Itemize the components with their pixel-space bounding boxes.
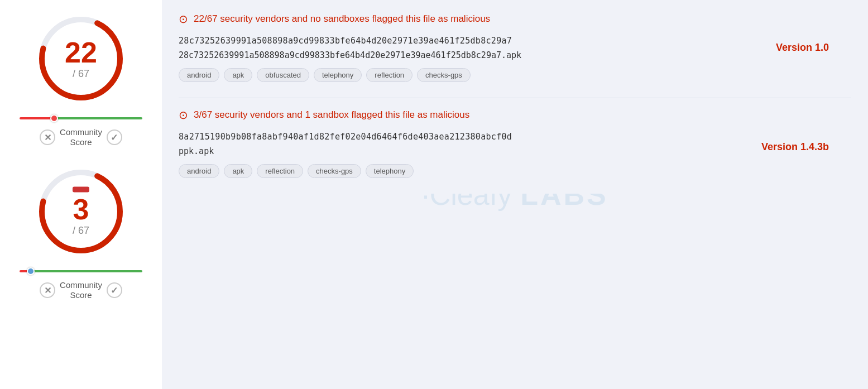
version-1: Version 1.0 <box>776 41 829 53</box>
file-hash-1: 28c73252639991a508898a9cd99833bfe64b4d20… <box>179 36 851 46</box>
file-entry-2-inner: ⊙ 3/67 security vendors and 1 sandbox fl… <box>179 108 851 178</box>
tag: apk <box>224 68 252 82</box>
score-card-2: 3 / 67 ✕ CommunityScore ✓ <box>6 164 156 300</box>
alert-icon-1: ⊙ <box>179 12 188 26</box>
tag: android <box>179 68 219 82</box>
alert-text-1: 22/67 security vendors and no sandboxes … <box>194 13 490 25</box>
left-panel: 22 / 67 ✕ CommunityScore ✓ 3 <box>0 0 162 389</box>
slider-2-thumb <box>27 267 35 275</box>
alert-text-2: 3/67 security vendors and 1 sandbox flag… <box>194 109 469 121</box>
tag: reflection <box>257 164 303 178</box>
tags-row-2: androidapkreflectionchecks-gpstelephony <box>179 164 851 178</box>
score-1-value: 22 <box>65 38 97 67</box>
community-label-1: CommunityScore <box>60 127 102 147</box>
version-2: Version 1.4.3b <box>761 141 829 152</box>
alert-banner-1: ⊙ 22/67 security vendors and no sandboxe… <box>179 12 851 26</box>
score-2-total: / 67 <box>73 225 89 237</box>
slider-1[interactable] <box>20 115 142 122</box>
score-1-total: / 67 <box>65 68 97 80</box>
file-entry-2: ⊙ 3/67 security vendors and 1 sandbox fl… <box>162 98 868 194</box>
file-hash-2: 8a2715190b9b08fa8abf940af1d82fef02e04d64… <box>179 132 851 142</box>
file-name-1: 28c73252639991a508898a9cd99833bfe64b4d20… <box>179 50 851 60</box>
tag: apk <box>224 164 252 178</box>
right-panel: ·Cleafy LABS ⊙ 22/67 security vendors an… <box>162 0 868 389</box>
tag: obfuscated <box>257 68 309 82</box>
tag: checks-gps <box>417 68 471 82</box>
file-entry-1: ⊙ 22/67 security vendors and no sandboxe… <box>162 0 868 98</box>
tag: reflection <box>366 68 413 82</box>
vote-check-1[interactable]: ✓ <box>107 129 122 145</box>
gauge-1: 22 / 67 <box>33 11 128 106</box>
community-label-2: CommunityScore <box>60 280 102 300</box>
score-card-1: 22 / 67 ✕ CommunityScore ✓ <box>6 11 156 147</box>
vote-x-1[interactable]: ✕ <box>40 129 55 145</box>
file-name-2: ppk.apk <box>179 146 851 156</box>
tag: telephony <box>366 164 414 178</box>
community-row-1: ✕ CommunityScore ✓ <box>40 127 122 147</box>
vote-check-2[interactable]: ✓ <box>107 282 122 298</box>
file-entry-1-inner: ⊙ 22/67 security vendors and no sandboxe… <box>179 12 851 82</box>
slider-1-thumb <box>50 114 58 122</box>
alert-banner-2: ⊙ 3/67 security vendors and 1 sandbox fl… <box>179 108 851 122</box>
tag: telephony <box>314 68 362 82</box>
community-row-2: ✕ CommunityScore ✓ <box>40 280 122 300</box>
tag: android <box>179 164 219 178</box>
score-2-value: 3 <box>73 195 89 224</box>
tag: checks-gps <box>308 164 361 178</box>
slider-1-track <box>20 117 142 119</box>
gauge-2-text: 3 / 67 <box>73 187 89 237</box>
slider-2-track <box>20 270 142 272</box>
slider-2[interactable] <box>20 268 142 275</box>
gauge-2: 3 / 67 <box>33 164 128 259</box>
gauge-1-text: 22 / 67 <box>65 38 97 80</box>
tags-row-1: androidapkobfuscatedtelephonyreflectionc… <box>179 68 851 82</box>
vote-x-2[interactable]: ✕ <box>40 282 55 298</box>
alert-icon-2: ⊙ <box>179 108 188 122</box>
